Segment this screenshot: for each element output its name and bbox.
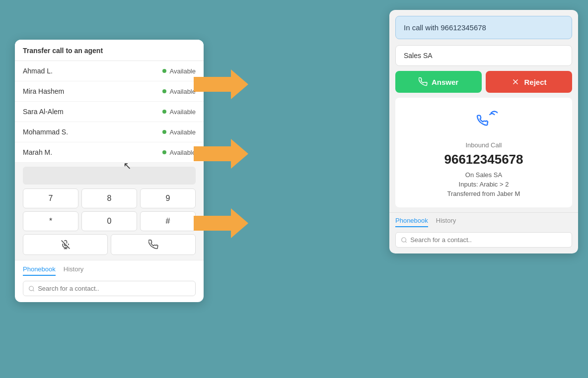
right-search-bar [395,232,572,248]
search-input-right[interactable] [410,236,567,244]
tab-history-right[interactable]: History [436,217,456,227]
keypad-grid: 789*0# [23,189,196,231]
tab-phonebook-right[interactable]: Phonebook [395,217,428,227]
status-dot [162,130,166,134]
reject-icon [511,77,520,86]
left-search-bar [23,281,196,296]
left-panel: Transfer call to an agent Ahmad L. Avail… [15,40,204,302]
answer-label: Answer [432,78,458,86]
arrow-middle [194,139,248,169]
agent-status: Available [162,149,196,156]
arrows-group [194,69,248,238]
search-input-left[interactable] [38,285,190,292]
svg-marker-5 [194,69,248,99]
keypad-key[interactable]: # [140,211,196,231]
inputs-info: Inputs: Arabic > 2 [403,181,564,188]
agent-name: Ahmad L. [23,67,53,75]
transfer-header-text: Transfer call to an agent [23,47,103,55]
keypad-actions [23,234,196,255]
on-sales-text: On Sales SA [465,171,502,179]
agent-list: Ahmad L. Available Mira Hashem Available… [15,61,204,163]
svg-line-4 [33,290,34,291]
agent-status: Available [162,67,196,75]
right-panel: In call with 96612345678 Sales SA Answer… [389,10,578,253]
status-dot [162,89,166,93]
reject-label: Reject [524,78,546,86]
inbound-card: Inbound Call 96612345678 On Sales SA Inp… [395,98,572,207]
agent-name: Mohammad S. [23,128,68,136]
keypad-key[interactable]: 8 [81,189,137,208]
agent-row[interactable]: Marah M. Available [15,142,204,163]
agent-name: Marah M. [23,148,52,156]
svg-point-10 [402,238,406,242]
mute-button[interactable] [23,234,108,255]
inbound-label-text: Inbound Call [466,141,502,149]
agent-row[interactable]: Sara Al-Alem Available [15,102,204,122]
caller-number-text: 96612345678 [444,152,523,167]
caller-number: 96612345678 [403,152,564,167]
agent-row[interactable]: Mira Hashem Available [15,81,204,102]
reject-button[interactable]: Reject [486,71,572,93]
in-call-text: In call with 96612345678 [404,23,486,32]
search-icon-left [28,285,35,292]
arrow-top [194,69,248,99]
sales-sa-text: Sales SA [404,52,433,60]
transferred-from-text: Transferred from Jaber M [447,190,520,197]
agent-name: Mira Hashem [23,87,64,95]
svg-marker-7 [194,208,248,238]
inputs-info-text: Inputs: Arabic > 2 [459,181,509,188]
keypad-key[interactable]: * [23,211,78,231]
agent-status: Available [162,88,196,95]
answer-button[interactable]: Answer [395,71,482,93]
agent-status: Available [162,128,196,136]
tab-phonebook-left[interactable]: Phonebook [23,265,56,276]
status-dot [162,150,166,154]
agent-status: Available [162,108,196,116]
transfer-header: Transfer call to an agent [15,40,204,61]
keypad-display [23,167,196,185]
keypad-key[interactable]: 9 [140,189,196,208]
svg-point-3 [29,286,34,291]
phone-ringing-icon [403,108,564,137]
search-icon-right [401,237,407,244]
call-transfer-button[interactable] [111,234,196,255]
transferred-from: Transferred from Jaber M [403,190,564,197]
main-container: Transfer call to an agent Ahmad L. Avail… [0,0,588,378]
agent-row[interactable]: Mohammad S. Available [15,122,204,142]
answer-icon [419,77,428,86]
status-dot [162,69,166,73]
keypad-key[interactable]: 7 [23,189,78,208]
keypad-key[interactable]: 0 [81,211,137,231]
inbound-label: Inbound Call [403,141,564,149]
status-dot [162,110,166,114]
agent-name: Sara Al-Alem [23,108,64,116]
left-bottom-tabs: Phonebook History [15,260,204,279]
agent-row[interactable]: Ahmad L. Available [15,61,204,81]
in-call-banner: In call with 96612345678 [395,16,572,39]
right-bottom-tabs: Phonebook History [389,212,578,230]
sales-sa-bar: Sales SA [395,45,572,66]
tab-history-left[interactable]: History [64,265,83,276]
answer-reject-row: Answer Reject [395,71,572,93]
svg-marker-6 [194,139,248,169]
svg-line-11 [405,241,406,242]
keypad-area: 789*0# [15,163,204,260]
on-sales: On Sales SA [403,171,564,179]
arrow-bottom [194,208,248,238]
